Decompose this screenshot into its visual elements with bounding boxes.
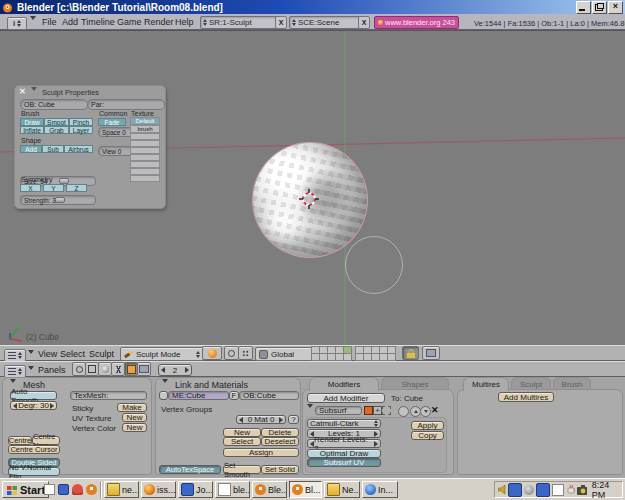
context-number-stepper[interactable]: 2 xyxy=(158,364,192,376)
mode-selector[interactable]: Sculpt Mode xyxy=(120,347,204,361)
render-levels-stepper[interactable]: Render Levels: 2 xyxy=(307,439,381,448)
orientation-selector[interactable]: Global xyxy=(255,347,315,361)
set-smooth-button[interactable]: Set Smooth xyxy=(223,465,261,474)
context-object-button[interactable] xyxy=(111,362,125,376)
subdivision-type-dropdown[interactable]: Catmull-Clark xyxy=(307,419,381,428)
centre-cursor-button[interactable]: Centre Cursor xyxy=(8,445,60,454)
panel-collapse-icon[interactable] xyxy=(31,91,37,98)
add-modifier-button[interactable]: Add Modifier xyxy=(307,393,385,403)
shape-sub-button[interactable]: Sub xyxy=(42,145,64,153)
vgroup-delete-button[interactable]: Delete xyxy=(261,428,299,437)
quick-launch-blender-icon[interactable] xyxy=(86,484,97,495)
texture-slot[interactable] xyxy=(130,147,160,154)
strength-slider-knob[interactable] xyxy=(55,197,65,203)
modifier-name-field[interactable]: Subsurf xyxy=(315,406,362,415)
autotexspace-button[interactable]: AutoTexSpace xyxy=(159,465,221,474)
layer-grid-right[interactable] xyxy=(356,347,396,361)
menu-file[interactable]: File xyxy=(42,17,57,27)
texture-slot[interactable] xyxy=(130,168,160,175)
pivot-button[interactable] xyxy=(224,346,239,360)
header-collapse-icon[interactable] xyxy=(30,20,36,30)
lock-layers-button[interactable] xyxy=(402,346,419,360)
quick-launch-document-icon[interactable] xyxy=(44,484,55,495)
taskbar-task[interactable]: Jo... xyxy=(178,481,213,498)
brush-inflate-button[interactable]: Inflate xyxy=(20,126,44,134)
menu-select[interactable]: Select xyxy=(60,349,85,359)
vgroup-select-button[interactable]: Select xyxy=(223,437,261,446)
network-icon[interactable] xyxy=(536,483,550,497)
java-icon[interactable] xyxy=(566,484,575,495)
panels-menu[interactable]: Panels xyxy=(38,365,66,375)
strength-slider[interactable]: Strength: 3 xyxy=(20,195,96,205)
context-scene-button[interactable] xyxy=(137,362,151,376)
taskbar-task-active[interactable]: Bl... xyxy=(289,481,322,498)
title-bar[interactable]: Blender [c:\Blender Tutorial\Room08.blen… xyxy=(0,0,625,14)
vgroup-new-button[interactable]: New xyxy=(223,428,261,437)
menu-view[interactable]: View xyxy=(38,349,57,359)
taskbar-task[interactable]: iss... xyxy=(141,481,176,498)
texture-slot[interactable] xyxy=(130,133,160,140)
taskbar-task[interactable]: ble... xyxy=(215,481,250,498)
minimize-button[interactable] xyxy=(576,1,591,14)
update-icon[interactable] xyxy=(524,485,534,495)
tab-modifiers[interactable]: Modifiers xyxy=(309,377,379,391)
brush-grab-button[interactable]: Grab xyxy=(44,126,69,134)
screen-delete-button[interactable]: X xyxy=(275,16,287,29)
sticky-make-button[interactable]: Make xyxy=(117,403,147,412)
taskbar-task[interactable]: ne... xyxy=(104,481,139,498)
modifier-realtime-toggle-icon[interactable]: + xyxy=(373,406,382,415)
stepper-right-icon[interactable] xyxy=(185,367,189,373)
context-script-button[interactable] xyxy=(85,362,99,376)
quick-launch-media-icon[interactable] xyxy=(72,484,83,495)
3d-viewport[interactable]: ✕ Sculpt Properties OB: Cube Par: Brush … xyxy=(0,30,625,345)
taskbar-task[interactable]: Ne... xyxy=(324,481,360,498)
tab-multires[interactable]: Multires xyxy=(463,377,509,391)
modifier-editmode-toggle-icon[interactable] xyxy=(382,406,391,415)
panel-close-icon[interactable]: ✕ xyxy=(19,88,26,96)
screen-selector[interactable]: SR:1-Sculpt xyxy=(200,16,278,29)
window-type-button[interactable]: i xyxy=(7,17,27,30)
sculpt-properties-panel[interactable]: ✕ Sculpt Properties OB: Cube Par: Brush … xyxy=(14,85,166,209)
ob-name-field[interactable]: OB: Cube xyxy=(20,99,88,110)
mesh-name-field[interactable]: ME:Cube xyxy=(168,391,229,400)
texture-slot[interactable] xyxy=(130,161,160,168)
modifier-circle-button[interactable] xyxy=(398,406,409,417)
render-preview-button[interactable] xyxy=(422,346,440,360)
start-button[interactable]: Start xyxy=(2,481,49,498)
shape-airbrush-button[interactable]: Airbrus xyxy=(64,145,93,153)
parent-field[interactable]: Par: xyxy=(87,99,165,110)
texture-slot[interactable] xyxy=(130,154,160,161)
texmesh-field[interactable]: TexMesh: xyxy=(70,391,147,400)
add-multires-button[interactable]: Add Multires xyxy=(498,392,554,402)
scene-delete-button[interactable]: X xyxy=(358,16,370,29)
brush-pinch-button[interactable]: Pinch xyxy=(69,118,93,126)
restore-button[interactable] xyxy=(592,1,607,14)
context-shading-button[interactable] xyxy=(98,362,112,376)
scene-selector[interactable]: SCE:Scene xyxy=(289,16,361,29)
vgroup-deselect-button[interactable]: Deselect xyxy=(261,437,299,446)
apply-button[interactable]: Apply xyxy=(411,421,444,430)
fake-user-button[interactable]: F xyxy=(229,391,239,400)
stepper-left-icon[interactable] xyxy=(161,367,165,373)
texture-slot[interactable] xyxy=(130,140,160,147)
taskbar-task[interactable]: In... xyxy=(362,481,398,498)
close-button[interactable]: × xyxy=(608,1,623,14)
layer-grid-left[interactable] xyxy=(312,347,352,361)
object-name-field[interactable]: OB:Cube xyxy=(239,391,299,400)
proportional-edit-button[interactable] xyxy=(238,346,253,360)
no-vnormal-flip-button[interactable]: No V.Normal Flip xyxy=(8,467,60,476)
set-solid-button[interactable]: Set Solid xyxy=(261,465,299,474)
material-question-button[interactable]: ? xyxy=(288,415,299,424)
symmetry-z-button[interactable]: Z xyxy=(66,184,87,192)
messenger-icon[interactable] xyxy=(508,483,522,497)
symmetry-y-button[interactable]: Y xyxy=(43,184,64,192)
modifier-move-down-button[interactable] xyxy=(420,406,431,417)
me-browse-button[interactable] xyxy=(159,391,168,400)
texture-slot[interactable] xyxy=(130,175,160,182)
symmetry-x-button[interactable]: X xyxy=(20,184,41,192)
copy-button[interactable]: Copy xyxy=(411,431,444,440)
taskbar-task[interactable]: Ble... xyxy=(252,481,287,498)
fade-button[interactable]: Fade xyxy=(98,118,126,126)
menu-help[interactable]: Help xyxy=(175,17,194,27)
context-logic-button[interactable] xyxy=(72,362,86,376)
